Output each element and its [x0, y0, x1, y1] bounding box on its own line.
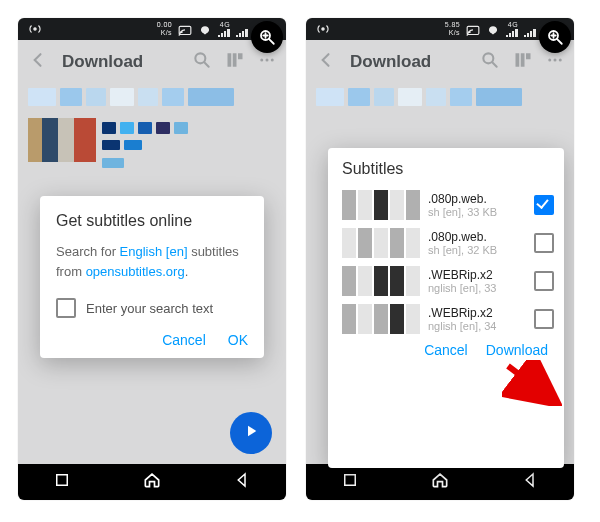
subtitle-thumb [342, 228, 420, 258]
dialog-title: Get subtitles online [56, 212, 248, 230]
subtitle-row[interactable]: .WEBRip.x2 nglish [en], 33 [342, 266, 554, 296]
subtitle-checkbox[interactable] [534, 195, 554, 215]
svg-rect-12 [57, 475, 68, 486]
svg-point-24 [554, 59, 557, 62]
volte-icon [198, 25, 212, 37]
search-checkbox-icon[interactable] [56, 298, 76, 318]
signal-icon [524, 29, 536, 37]
nav-recent-icon[interactable] [341, 471, 359, 493]
back-icon[interactable] [316, 50, 336, 74]
status-bar: 5.85 K/s 4G 81 [306, 18, 574, 40]
view-grid-icon[interactable] [514, 51, 532, 73]
language-link[interactable]: English [en] [120, 244, 188, 259]
nav-home-icon[interactable] [142, 470, 162, 494]
ok-button[interactable]: OK [228, 332, 248, 348]
svg-point-0 [34, 28, 36, 30]
svg-point-11 [271, 59, 274, 62]
view-grid-icon[interactable] [226, 51, 244, 73]
cast-icon [466, 25, 480, 37]
svg-rect-20 [516, 53, 520, 67]
volte-icon [486, 25, 500, 37]
subtitle-name: .WEBRip.x2 [428, 306, 526, 320]
get-subtitles-dialog: Get subtitles online Search for English … [40, 196, 264, 358]
download-button[interactable]: Download [486, 342, 548, 358]
zoom-overlay-icon[interactable] [539, 21, 571, 53]
svg-point-25 [559, 59, 562, 62]
video-thumbnail [28, 118, 96, 162]
subtitle-thumb [342, 304, 420, 334]
svg-point-23 [548, 59, 551, 62]
play-fab[interactable] [230, 412, 272, 454]
subtitle-checkbox[interactable] [534, 309, 554, 329]
subtitle-row[interactable]: .WEBRip.x2 nglish [en], 34 [342, 304, 554, 334]
subtitles-dialog: Subtitles .080p.web. sh [en], 33 KB .080… [328, 148, 564, 468]
subtitle-name: .080p.web. [428, 230, 526, 244]
svg-rect-22 [526, 53, 531, 59]
signal-icon: 4G [506, 21, 518, 37]
svg-rect-1 [179, 26, 191, 34]
app-toolbar: Download [306, 40, 574, 84]
subtitle-meta: nglish [en], 34 [428, 320, 526, 332]
blurred-content [28, 88, 276, 112]
source-link[interactable]: opensubtitles.org [86, 264, 185, 279]
play-icon [242, 422, 260, 444]
cancel-button[interactable]: Cancel [162, 332, 206, 348]
data-rate: 5.85 K/s [445, 21, 460, 37]
dialog-description: Search for English [en] subtitles from o… [56, 242, 248, 282]
subtitle-meta: sh [en], 33 KB [428, 206, 526, 218]
nav-home-icon[interactable] [430, 470, 450, 494]
zoom-overlay-icon[interactable] [251, 21, 283, 53]
subtitle-name: .WEBRip.x2 [428, 268, 526, 282]
subtitle-meta: sh [en], 32 KB [428, 244, 526, 256]
svg-rect-15 [467, 26, 479, 34]
subtitle-checkbox[interactable] [534, 233, 554, 253]
svg-rect-26 [345, 475, 356, 486]
dialog-actions: Cancel Download [342, 342, 554, 358]
dialog-title: Subtitles [342, 160, 554, 178]
nav-recent-icon[interactable] [53, 471, 71, 493]
subtitle-checkbox[interactable] [534, 271, 554, 291]
data-rate: 0.00 K/s [157, 21, 172, 37]
search-icon[interactable] [192, 50, 212, 74]
svg-point-10 [266, 59, 269, 62]
broadcast-icon [316, 22, 330, 36]
subtitle-row[interactable]: .080p.web. sh [en], 32 KB [342, 228, 554, 258]
signal-icon: 4G [218, 21, 230, 37]
search-placeholder: Enter your search text [86, 301, 213, 316]
signal-icon [236, 29, 248, 37]
subtitle-meta: nglish [en], 33 [428, 282, 526, 294]
svg-rect-8 [238, 53, 243, 59]
annotation-arrow-icon [502, 360, 562, 406]
screenshot-left: 0.00 K/s 4G [18, 18, 286, 500]
comparison-stage: 0.00 K/s 4G [0, 0, 600, 522]
android-navbar [18, 464, 286, 500]
status-bar: 0.00 K/s 4G [18, 18, 286, 40]
android-navbar [306, 464, 574, 500]
search-icon[interactable] [480, 50, 500, 74]
dialog-actions: Cancel OK [56, 332, 248, 348]
svg-point-9 [260, 59, 263, 62]
svg-point-14 [322, 28, 324, 30]
back-icon[interactable] [28, 50, 48, 74]
subtitle-thumb [342, 190, 420, 220]
nav-back-icon[interactable] [233, 471, 251, 493]
nav-back-icon[interactable] [521, 471, 539, 493]
more-icon[interactable] [258, 51, 276, 73]
svg-rect-6 [228, 53, 232, 67]
screenshot-right: 5.85 K/s 4G 81 [306, 18, 574, 500]
subtitle-thumb [342, 266, 420, 296]
cancel-button[interactable]: Cancel [424, 342, 468, 358]
cast-icon [178, 25, 192, 37]
page-title: Download [62, 52, 178, 72]
search-input[interactable]: Enter your search text [56, 298, 248, 318]
blurred-content [102, 122, 276, 174]
svg-rect-21 [521, 53, 525, 67]
broadcast-icon [28, 22, 42, 36]
svg-rect-7 [233, 53, 237, 67]
subtitle-row[interactable]: .080p.web. sh [en], 33 KB [342, 190, 554, 220]
page-title: Download [350, 52, 466, 72]
more-icon[interactable] [546, 51, 564, 73]
blurred-content [316, 88, 564, 112]
app-toolbar: Download [18, 40, 286, 84]
subtitle-name: .080p.web. [428, 192, 526, 206]
